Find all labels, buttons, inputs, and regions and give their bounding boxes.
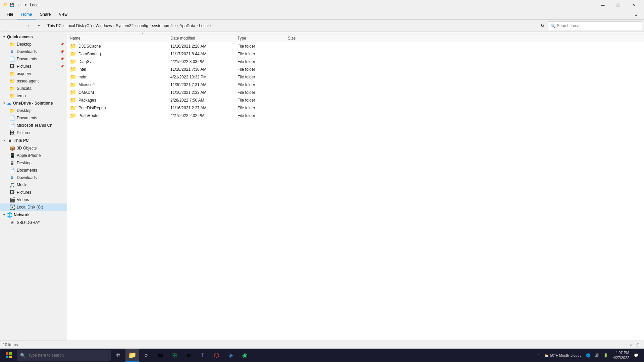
tray-volume[interactable]: 🔊 (593, 353, 601, 358)
sidebar-header-network[interactable]: ▼ 🌐 Network (0, 211, 67, 219)
sidebar-item-documents-qa[interactable]: 📄 Documents 📌 (0, 55, 67, 63)
taskbar-search-input[interactable] (28, 353, 107, 358)
tab-share[interactable]: Share (36, 10, 55, 19)
table-row[interactable]: 📁 OMADM 11/16/2021 2:33 AM File folder (67, 88, 644, 96)
tab-file[interactable]: File (3, 10, 17, 19)
sidebar-item-label: Pictures (17, 64, 31, 69)
table-row[interactable]: 📁 Packages 2/28/2022 7:50 AM File folder (67, 96, 644, 104)
documents-icon: 📄 (9, 56, 15, 62)
sidebar-item-downloads-pc[interactable]: ⬇ Downloads (0, 174, 67, 181)
ribbon-collapse-icon[interactable]: ▲ (632, 11, 640, 18)
folder-icon: 📁 (9, 86, 15, 91)
app3-button[interactable]: ◉ (238, 349, 252, 362)
mail-button[interactable]: ✉ (154, 349, 167, 362)
table-row[interactable]: 📁 PushRouter 4/27/2022 2:32 PM File fold… (67, 112, 644, 119)
breadcrumb-systemprofile[interactable]: systemprofile (152, 23, 176, 28)
sidebar-header-this-pc[interactable]: ▼ 🖥 This PC (0, 136, 67, 144)
pictures-icon: 🖼 (9, 190, 15, 195)
col-header-name[interactable]: Name (67, 36, 168, 41)
sidebar-item-3d-objects[interactable]: 📦 3D Objects (0, 144, 67, 152)
sidebar-item-downloads-qa[interactable]: ⬇ Downloads 📌 (0, 48, 67, 55)
back-button[interactable]: ← (2, 21, 11, 31)
table-row[interactable]: 📁 Microsoft 11/30/2021 7:31 AM File fold… (67, 81, 644, 88)
minimize-button[interactable]: — (595, 0, 610, 10)
start-button[interactable] (1, 349, 16, 362)
refresh-button[interactable]: ↻ (538, 21, 547, 30)
col-header-date[interactable]: Date modified (168, 36, 235, 41)
taskbar-search-box[interactable]: 🔍 (17, 350, 111, 361)
col-header-size[interactable]: Size (285, 36, 319, 41)
table-row[interactable]: 📁 PeerDistRepub 11/16/2021 2:27 AM File … (67, 104, 644, 112)
title-bar: 📁 💾 ↩ ▼ Local — ⬜ ✕ (0, 0, 644, 10)
breadcrumb-sep-6: › (177, 24, 178, 27)
breadcrumb-windows[interactable]: Windows (96, 23, 112, 28)
table-row[interactable]: 📁 DataSharing 11/17/2021 8:44 AM File fo… (67, 50, 644, 58)
title-dropdown-icon[interactable]: ▼ (24, 3, 27, 7)
sidebar-item-pictures-qa[interactable]: 🖼 Pictures 📌 (0, 63, 67, 70)
sidebar-item-desktop-qa[interactable]: 📁 Desktop 📌 (0, 41, 67, 48)
sidebar-item-osquery[interactable]: 📁 osquery (0, 70, 67, 77)
file-date: 11/16/2021 2:27 AM (168, 106, 235, 110)
sidebar-header-quick-access[interactable]: ▼ Quick access (0, 33, 67, 41)
tray-network[interactable]: 🌐 (585, 353, 592, 358)
downloads-icon: ⬇ (9, 49, 15, 54)
ribbon-tabs: File Home Share View ▲ (0, 10, 644, 19)
sidebar-item-temp[interactable]: 📁 temp (0, 92, 67, 100)
sidebar-item-desktop-pc[interactable]: 🖥 Desktop (0, 159, 67, 167)
system-clock[interactable]: 4:07 PM 4/27/2022 (611, 350, 631, 361)
recent-locations-button[interactable]: ▼ (34, 21, 44, 31)
sidebar-item-apple-iphone[interactable]: 📱 Apple iPhone (0, 152, 67, 159)
sidebar-item-pictures-pc[interactable]: 🖼 Pictures (0, 189, 67, 196)
breadcrumb-this-pc[interactable]: This PC (47, 23, 62, 28)
up-button[interactable]: ↑ (23, 21, 33, 31)
breadcrumb-local[interactable]: Local (199, 23, 209, 28)
sidebar-item-music[interactable]: 🎵 Music (0, 181, 67, 189)
col-header-type[interactable]: Type (235, 36, 285, 41)
tab-view[interactable]: View (55, 10, 71, 19)
breadcrumb-system32[interactable]: System32 (116, 23, 133, 28)
excel-button[interactable]: ⊞ (168, 349, 181, 362)
maximize-button[interactable]: ⬜ (610, 0, 626, 10)
chrome-button[interactable]: ⊕ (182, 349, 195, 362)
file-explorer-taskbar[interactable]: 📁 (125, 349, 139, 362)
table-row[interactable]: 📁 Intel 11/18/2021 7:30 AM File folder (67, 65, 644, 73)
breadcrumb-config[interactable]: config (138, 23, 148, 28)
sidebar-item-suricata[interactable]: 📁 Suricata (0, 85, 67, 92)
tray-battery[interactable]: 🔋 (602, 353, 609, 358)
breadcrumb-local-disk[interactable]: Local Disk (C:) (65, 23, 92, 28)
file-type: File folder (235, 113, 285, 118)
breadcrumb[interactable]: This PC › Local Disk (C:) › Windows › Sy… (45, 21, 537, 30)
sidebar-item-label: Microsoft Teams Ch (17, 123, 52, 128)
table-row[interactable]: 📁 DiagSvc 4/21/2022 3:03 PM File folder (67, 58, 644, 65)
onedrive-icon: ☁ (7, 101, 11, 106)
sidebar-item-sbd-dgray[interactable]: 🖥 SBD-DGRAY (0, 219, 67, 226)
app1-button[interactable]: ⬡ (210, 349, 223, 362)
sidebar-item-pictures-od[interactable]: 🖼 Pictures (0, 129, 67, 136)
breadcrumb-appdata[interactable]: AppData (179, 23, 195, 28)
table-row[interactable]: 📁 mdm 4/21/2022 10:32 PM File folder (67, 73, 644, 81)
sidebar-item-teams-ch[interactable]: 📄 Microsoft Teams Ch (0, 122, 67, 129)
sidebar-item-documents-od[interactable]: 📄 Documents (0, 114, 67, 122)
task-view-button[interactable]: ⧉ (111, 349, 125, 362)
sidebar-header-onedrive[interactable]: ▼ ☁ OneDrive - Solutions (0, 100, 67, 107)
search-box[interactable]: 🔍 (548, 21, 642, 30)
app2-button[interactable]: ◈ (224, 349, 237, 362)
file-name: mdm (78, 75, 88, 79)
details-view-button[interactable]: ≡ (627, 342, 634, 348)
search-input[interactable] (557, 23, 640, 28)
tray-overflow[interactable]: ^ (536, 353, 541, 358)
sidebar-item-local-disk[interactable]: 💽 Local Disk (C:) (0, 203, 67, 211)
forward-button[interactable]: → (13, 21, 22, 31)
sidebar-item-ossec-agent[interactable]: 📁 ossec-agent (0, 77, 67, 85)
table-row[interactable]: 📁 D3DSCache 11/16/2021 2:28 AM File fold… (67, 42, 644, 50)
weather-widget[interactable]: ⛅ 50°F Mostly cloudy (542, 353, 583, 358)
large-icons-view-button[interactable]: ⊞ (635, 342, 641, 348)
tab-home[interactable]: Home (17, 10, 36, 19)
sidebar-item-documents-pc[interactable]: 📄 Documents (0, 167, 67, 174)
close-button[interactable]: ✕ (626, 0, 641, 10)
sidebar-item-desktop-od[interactable]: 📁 Desktop (0, 107, 67, 114)
teams-button[interactable]: T (196, 349, 209, 362)
sidebar-item-videos[interactable]: 🎬 Videos (0, 196, 67, 203)
notification-button[interactable]: 💬 (633, 353, 640, 358)
cortana-button[interactable]: ○ (140, 349, 153, 362)
